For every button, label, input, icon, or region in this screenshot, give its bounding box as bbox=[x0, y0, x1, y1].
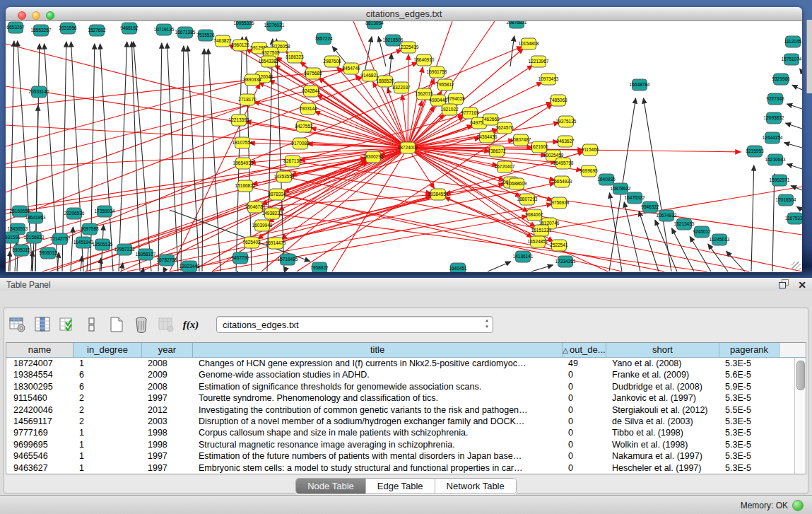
graph-node[interactable]: 2903144 bbox=[299, 103, 317, 115]
graph-node[interactable]: 1640935 bbox=[597, 174, 616, 185]
graph-node[interactable]: 1112045 bbox=[784, 36, 802, 47]
graph-node[interactable]: 19375125 bbox=[556, 116, 577, 127]
graph-node[interactable]: 9466162 bbox=[120, 23, 139, 34]
graph-node[interactable]: 8960128 bbox=[231, 40, 249, 51]
graph-node[interactable]: 7955812 bbox=[436, 79, 454, 90]
tab-edge-table[interactable]: Edge Table bbox=[366, 479, 435, 493]
column-header-in-degree[interactable]: in_degree bbox=[73, 343, 142, 358]
graph-node[interactable]: 16648784 bbox=[630, 79, 650, 90]
window-titlebar[interactable]: citations_edges.txt bbox=[6, 7, 802, 21]
graph-node[interactable]: 2987608 bbox=[323, 56, 341, 67]
graph-node[interactable]: 12923448 bbox=[180, 261, 200, 272]
graph-node[interactable]: 12505135 bbox=[93, 239, 113, 250]
graph-node[interactable]: 7625402 bbox=[242, 237, 261, 248]
graph-node[interactable]: 10055326 bbox=[234, 21, 254, 29]
graph-node[interactable]: 10154808 bbox=[519, 38, 539, 49]
graph-node[interactable]: 17957223 bbox=[114, 244, 135, 255]
graph-node[interactable]: 9227343 bbox=[766, 93, 784, 105]
graph-node[interactable]: 16961758 bbox=[427, 66, 447, 78]
graph-node[interactable]: 1621600 bbox=[530, 141, 548, 153]
graph-node[interactable]: 10807487 bbox=[511, 134, 531, 146]
graph-node[interactable]: 8813054 bbox=[365, 21, 384, 29]
graph-node[interactable]: 20206536 bbox=[64, 208, 85, 219]
graph-node[interactable]: 9794028 bbox=[447, 93, 465, 105]
graph-node[interactable]: 2031556 bbox=[59, 23, 77, 34]
graph-node[interactable]: 15166822 bbox=[235, 180, 256, 192]
table-import-settings-icon[interactable] bbox=[8, 315, 27, 334]
graph-node[interactable]: 16039948 bbox=[252, 220, 273, 231]
graph-node[interactable]: 7462663 bbox=[481, 114, 500, 125]
graph-node[interactable]: 19654933 bbox=[233, 158, 254, 169]
graph-node[interactable]: 16671385 bbox=[175, 27, 196, 38]
graph-node[interactable]: 16210643 bbox=[765, 154, 786, 165]
graph-node[interactable]: 1921022 bbox=[440, 104, 459, 115]
graph-node[interactable]: 19384554 bbox=[428, 189, 449, 200]
graph-node[interactable]: 9115460 bbox=[582, 144, 599, 156]
table-row[interactable]: 969969511998Structural magnetic resonanc… bbox=[6, 439, 806, 450]
graph-node[interactable]: 10245013 bbox=[710, 234, 730, 245]
graph-node[interactable]: 7515526 bbox=[196, 30, 215, 41]
graph-node[interactable]: 12444154 bbox=[763, 132, 783, 144]
graph-node[interactable]: 9699695 bbox=[579, 165, 598, 177]
graph-node[interactable]: 16782759 bbox=[157, 255, 177, 266]
graph-node[interactable]: 16543382 bbox=[259, 56, 279, 67]
graph-node[interactable]: 1527602 bbox=[88, 25, 106, 36]
graph-node[interactable]: 19756928 bbox=[549, 197, 570, 209]
resize-grip[interactable] bbox=[792, 262, 801, 271]
graph-node[interactable]: 9245012 bbox=[693, 226, 711, 238]
graph-node[interactable]: 20876821 bbox=[507, 21, 527, 28]
graph-node[interactable]: 18640910 bbox=[414, 54, 435, 66]
graph-node[interactable]: 12156833 bbox=[24, 232, 45, 243]
graph-node[interactable]: 2522541 bbox=[550, 240, 568, 251]
graph-node[interactable]: 9546322 bbox=[641, 201, 659, 213]
graph-node[interactable]: 8186323 bbox=[286, 52, 304, 63]
graph-node[interactable]: 18807293 bbox=[517, 194, 538, 205]
graph-node[interactable]: 18300295 bbox=[363, 151, 384, 163]
graph-node[interactable]: 18641963 bbox=[25, 212, 46, 223]
graph-node[interactable]: 12325419 bbox=[399, 42, 419, 53]
graph-node[interactable]: 16553267 bbox=[31, 25, 52, 36]
graph-node[interactable]: 14938222 bbox=[262, 208, 283, 219]
graph-node[interactable]: 8454749 bbox=[342, 63, 360, 74]
graph-node[interactable]: 16720407 bbox=[495, 161, 515, 173]
table-row[interactable]: 1872400712008Changes of HCN gene express… bbox=[6, 358, 806, 369]
graph-node[interactable]: 12213967 bbox=[529, 56, 549, 67]
table-selector-dropdown[interactable]: citations_edges.txt ▲▼ bbox=[216, 316, 493, 333]
table-row[interactable]: 1456911722003Disruption of a novel membe… bbox=[6, 416, 806, 427]
tab-network-table[interactable]: Network Table bbox=[435, 479, 516, 493]
graph-node[interactable]: 5905013 bbox=[39, 247, 57, 259]
graph-node[interactable]: 7463822 bbox=[213, 35, 232, 47]
graph-node[interactable]: 9329966 bbox=[772, 74, 790, 85]
graph-node[interactable]: 18724007 bbox=[398, 142, 418, 153]
column-header-short[interactable]: short bbox=[606, 343, 719, 358]
graph-node[interactable]: 10973493 bbox=[539, 74, 559, 85]
graph-node[interactable]: 3931591 bbox=[6, 232, 20, 243]
column-header-out-de-[interactable]: △out_de... bbox=[563, 343, 606, 358]
graph-node[interactable]: 8878334 bbox=[268, 189, 286, 200]
graph-node[interactable]: 9457791 bbox=[231, 252, 249, 264]
graph-node[interactable]: 24364436 bbox=[477, 132, 498, 143]
graph-node[interactable]: 7958822 bbox=[310, 262, 329, 272]
table-row[interactable]: 946362711997Embryonic stem cells: a mode… bbox=[6, 462, 806, 474]
column-header-pagerank[interactable]: pagerank bbox=[719, 343, 779, 358]
table-row[interactable]: 977716911998Corpus callosum shape and si… bbox=[6, 427, 806, 438]
graph-node[interactable]: 8267130 bbox=[283, 156, 302, 167]
graph-node[interactable]: 16151321 bbox=[531, 225, 552, 236]
graph-node[interactable]: 9684067 bbox=[525, 209, 543, 221]
table-row[interactable]: 1938455462009Genome-wide association stu… bbox=[6, 369, 806, 380]
graph-node[interactable]: 17359934 bbox=[95, 206, 115, 217]
float-panel-icon[interactable] bbox=[779, 279, 789, 291]
row-height-icon[interactable] bbox=[83, 315, 101, 334]
network-canvas[interactable]: 6653267165532672031556152760294661621071… bbox=[6, 21, 802, 272]
graph-node[interactable]: 8427552 bbox=[295, 121, 313, 132]
graph-node[interactable]: 16958107 bbox=[136, 249, 156, 260]
select-all-rows-icon[interactable] bbox=[58, 315, 76, 334]
column-header-year[interactable]: year bbox=[142, 343, 193, 358]
graph-node[interactable]: 15716485 bbox=[278, 254, 298, 265]
graph-node[interactable]: 15751074 bbox=[782, 54, 802, 65]
graph-node[interactable]: 11675331 bbox=[785, 213, 802, 224]
show-columns-icon[interactable] bbox=[33, 315, 52, 334]
table-row[interactable]: 1830029562008Estimation of significance … bbox=[6, 381, 806, 392]
graph-node[interactable]: 12213393 bbox=[229, 115, 249, 126]
graph-node[interactable]: 7857224 bbox=[314, 33, 333, 45]
